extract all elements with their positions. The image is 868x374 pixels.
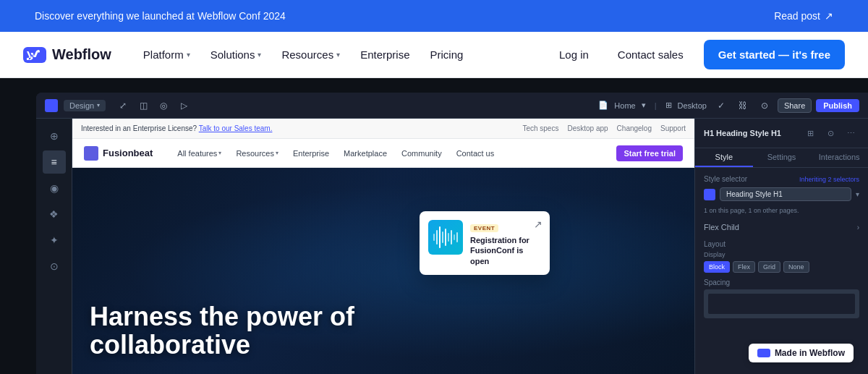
- solutions-label: Solutions: [210, 48, 255, 61]
- inner-notice-text: Interested in an Enterprise License? Tal…: [81, 124, 511, 132]
- sidebar-pages-icon[interactable]: ⊕: [43, 124, 66, 148]
- inner-browser: Interested in an Enterprise License? Tal…: [72, 119, 694, 374]
- editor-mode-dropdown[interactable]: Design ▾: [64, 100, 106, 111]
- nav-resources[interactable]: Resources ▾: [273, 43, 349, 67]
- display-sub-label: Display: [704, 251, 859, 258]
- display-options: Block Flex Grid None: [704, 261, 859, 273]
- style-selector-label: Style selector Inheriting 2 selectors: [704, 175, 859, 183]
- nav-solutions[interactable]: Solutions ▾: [202, 43, 271, 67]
- inner-site-name: Fusionbeat: [103, 148, 153, 158]
- event-badge: EVENT: [470, 224, 498, 232]
- read-post-label: Read post: [774, 10, 820, 22]
- made-in-webflow-text: Made in Webflow: [775, 348, 845, 358]
- save-icon[interactable]: ⤢: [114, 97, 132, 114]
- svg-rect-6: [451, 230, 452, 245]
- eye-icon[interactable]: ⊙: [756, 97, 773, 114]
- inner-main-nav: Fusionbeat All features ▾ Resources ▾: [72, 139, 694, 168]
- editor-page-info: 📄 Home ▾ | ⊞ Desktop: [598, 101, 707, 110]
- svg-rect-8: [456, 232, 458, 242]
- chevron-down-icon: ▾: [187, 51, 190, 59]
- tab-interactions[interactable]: Interactions: [810, 148, 868, 167]
- viewport-icon: ⊞: [665, 101, 672, 110]
- style-selector-dropdown[interactable]: Heading Style H1: [720, 187, 851, 201]
- more-icon[interactable]: ⋯: [842, 124, 859, 142]
- announcement-text: Discover everything we launched at Webfl…: [35, 10, 286, 22]
- lock-icon[interactable]: ⊞: [801, 124, 819, 142]
- history-icon[interactable]: ◎: [155, 97, 172, 114]
- sidebar-interactions-icon[interactable]: ✦: [43, 229, 66, 252]
- editor-logo: [45, 99, 58, 112]
- svg-rect-4: [445, 229, 446, 246]
- play-icon[interactable]: ▷: [175, 97, 192, 114]
- logo-icon: [23, 47, 46, 63]
- style-selector-section: Style selector Inheriting 2 selectors He…: [704, 175, 859, 214]
- inner-site-logo: Fusionbeat: [84, 146, 153, 161]
- inheriting-label: Inheriting 2 selectors: [799, 176, 859, 183]
- nav-enterprise[interactable]: Enterprise: [352, 43, 418, 67]
- inner-contact[interactable]: Contact us: [452, 148, 499, 159]
- platform-label: Platform: [143, 48, 184, 61]
- tech-specs-link[interactable]: Tech specs: [522, 124, 558, 132]
- display-none[interactable]: None: [783, 261, 809, 273]
- inner-resources[interactable]: Resources ▾: [231, 148, 283, 159]
- made-in-webflow-badge[interactable]: Made in Webflow: [749, 344, 854, 362]
- display-block[interactable]: Block: [704, 261, 730, 273]
- display-flex[interactable]: Flex: [733, 261, 755, 273]
- read-post-link[interactable]: Read post ↗: [774, 10, 833, 22]
- inner-logo-icon: [84, 146, 98, 161]
- enterprise-label: Enterprise: [360, 48, 409, 61]
- check-icon[interactable]: ✓: [712, 97, 730, 114]
- editor-left-sidebar: ⊕ ≡ ◉ ❖ ✦ ⊙: [36, 119, 72, 374]
- flex-child-row: Flex Child ›: [704, 223, 859, 231]
- share-button[interactable]: Share: [778, 98, 812, 113]
- sidebar-layers-icon[interactable]: ≡: [43, 150, 66, 174]
- hero-area: Design ▾ ⤢ ◫ ◎ ▷ 📄 Home ▾ | ⊞ Desktop ✓ …: [0, 78, 868, 374]
- inner-community[interactable]: Community: [397, 148, 446, 159]
- inner-enterprise[interactable]: Enterprise: [289, 148, 333, 159]
- contact-sales-button[interactable]: Contact sales: [609, 43, 692, 67]
- desktop-app-link[interactable]: Desktop app: [567, 124, 608, 132]
- nav-links: Platform ▾ Solutions ▾ Resources ▾ Enter…: [135, 43, 550, 67]
- chevron-icon: ▾: [642, 101, 646, 110]
- inner-all-features[interactable]: All features ▾: [173, 148, 226, 159]
- display-grid[interactable]: Grid: [758, 261, 780, 273]
- chevron-right-icon: ›: [857, 224, 859, 231]
- sidebar-assets-icon[interactable]: ◉: [43, 177, 66, 200]
- nav-pricing[interactable]: Pricing: [422, 43, 472, 67]
- layout-label: Layout: [704, 240, 859, 248]
- get-started-button[interactable]: Get started — it's free: [704, 40, 845, 69]
- inner-nav-main-links: All features ▾ Resources ▾ Enterprise: [173, 148, 605, 159]
- support-link[interactable]: Support: [660, 124, 686, 132]
- chevron-icon: ▾: [218, 150, 221, 156]
- tab-settings[interactable]: Settings: [753, 148, 811, 167]
- sidebar-components-icon[interactable]: ❖: [43, 203, 66, 226]
- preview-icon[interactable]: ◫: [135, 97, 152, 114]
- publish-button[interactable]: Publish: [816, 99, 859, 112]
- nav-platform[interactable]: Platform ▾: [135, 43, 199, 67]
- tab-style[interactable]: Style: [695, 148, 753, 167]
- inner-top-links: Tech specs Desktop app Changelog Support: [522, 124, 686, 132]
- inner-start-trial-button[interactable]: Start free trial: [616, 145, 683, 161]
- right-panel-header: H1 Heading Style H1 ⊞ ⊙ ⋯: [695, 119, 868, 148]
- spacing-visual: [704, 289, 859, 318]
- event-card-content: EVENT Registration for FusionConf is ope…: [470, 220, 541, 266]
- right-panel-tabs: Style Settings Interactions: [695, 148, 868, 168]
- viewport-name[interactable]: Desktop: [678, 101, 707, 110]
- page-name[interactable]: Home: [614, 101, 635, 110]
- link-icon[interactable]: ⛓: [734, 97, 752, 114]
- inner-marketplace[interactable]: Marketplace: [339, 148, 391, 159]
- changelog-link[interactable]: Changelog: [617, 124, 652, 132]
- svg-rect-2: [439, 226, 441, 248]
- style-selector-row: Heading Style H1 ▾: [704, 187, 859, 201]
- sales-link[interactable]: Talk to our Sales team.: [199, 124, 273, 132]
- main-navbar: Webflow Platform ▾ Solutions ▾ Resources…: [0, 32, 868, 78]
- svg-rect-1: [436, 230, 438, 245]
- event-title: Registration for FusionConf is open: [470, 235, 541, 266]
- chevron-down-icon: ▾: [97, 102, 100, 109]
- login-button[interactable]: Log in: [550, 43, 597, 67]
- chevron-down-icon: ▾: [258, 51, 261, 59]
- logo[interactable]: Webflow: [23, 46, 111, 63]
- chevron-down-icon: ▾: [336, 51, 340, 59]
- sidebar-settings-icon[interactable]: ⊙: [43, 255, 66, 278]
- copy-icon[interactable]: ⊙: [822, 124, 839, 142]
